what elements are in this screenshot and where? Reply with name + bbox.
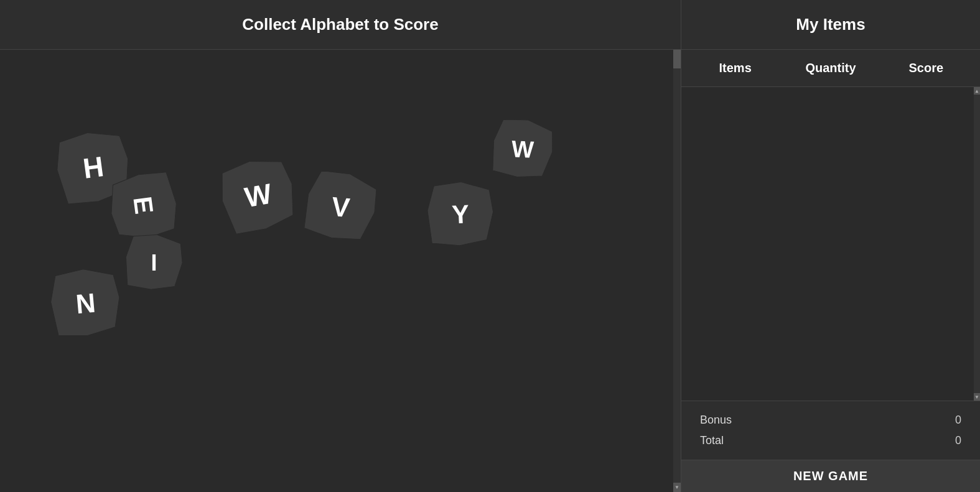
items-table-body[interactable]: ▲ ▼ [681,87,980,401]
items-table-area: Items Quantity Score ▲ ▼ [681,50,980,401]
game-scrollbar[interactable]: ▼ [673,50,681,492]
game-scrollbar-thumb[interactable] [673,50,681,68]
svg-marker-4 [491,118,555,180]
total-value: 0 [955,434,961,447]
letter-tile-Y-5[interactable]: Y [423,177,497,251]
col-items-header: Items [688,61,783,75]
table-scrollbar[interactable]: ▲ ▼ [974,87,980,401]
bonus-value: 0 [955,414,961,427]
score-area: Bonus 0 Total 0 [681,401,980,460]
col-quantity-header: Quantity [783,61,878,75]
col-score-header: Score [879,61,974,75]
game-area[interactable]: ▼ H E W V W Y [0,50,681,492]
items-table-header: Items Quantity Score [681,50,980,87]
svg-marker-3 [302,167,381,244]
letter-tile-N-7[interactable]: N [44,262,127,345]
svg-marker-6 [126,234,182,289]
game-scroll-arrow-down[interactable]: ▼ [673,483,681,492]
total-row: Total 0 [694,430,968,451]
new-game-button[interactable]: NEW GAME [793,469,868,483]
svg-marker-2 [213,151,304,240]
table-scroll-arrow-up[interactable]: ▲ [974,87,980,95]
game-title-area: Collect Alphabet to Score [0,0,681,49]
bonus-row: Bonus 0 [694,410,968,430]
letter-tile-I-6[interactable]: I [124,233,184,292]
game-title: Collect Alphabet to Score [242,15,438,34]
svg-marker-7 [46,264,125,341]
svg-marker-5 [425,179,496,248]
new-game-area[interactable]: NEW GAME [681,460,980,492]
letter-tile-W-4[interactable]: W [489,116,556,183]
my-items-title-area: My Items [681,0,980,49]
right-panel: Items Quantity Score ▲ ▼ Bonus 0 Total 0 [681,50,980,492]
bonus-label: Bonus [700,414,732,427]
letter-tile-W-2[interactable]: W [210,148,306,244]
my-items-title: My Items [796,15,865,34]
table-scroll-arrow-down[interactable]: ▼ [974,393,980,401]
total-label: Total [700,434,724,447]
letter-tile-V-3[interactable]: V [299,165,382,248]
